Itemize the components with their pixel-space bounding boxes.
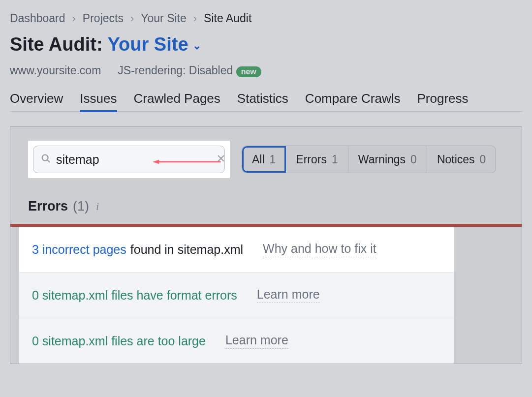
search-highlight [28, 141, 230, 178]
filter-warnings[interactable]: Warnings 0 [348, 146, 427, 173]
tab-bar: Overview Issues Crawled Pages Statistics… [10, 91, 522, 112]
help-link[interactable]: Why and how to fix it [263, 242, 376, 257]
chevron-right-icon: › [193, 12, 197, 25]
issue-link[interactable]: 3 incorrect pages [32, 243, 126, 257]
section-label: Errors [28, 199, 68, 214]
search-input[interactable] [56, 153, 212, 167]
chevron-right-icon: › [130, 12, 134, 25]
svg-line-1 [47, 160, 49, 162]
tab-issues[interactable]: Issues [80, 91, 117, 106]
issue-row[interactable]: 3 incorrect pages found in sitemap.xml W… [19, 227, 454, 272]
issue-row[interactable]: 0 sitemap.xml files are too large Learn … [19, 318, 454, 364]
errors-section-heading: Errors (1) i [10, 190, 522, 224]
tab-crawled-pages[interactable]: Crawled Pages [134, 91, 220, 106]
issue-row[interactable]: 0 sitemap.xml files have format errors L… [19, 272, 454, 318]
issues-panel: All 1 Errors 1 Warnings 0 Notices 0 Erro… [10, 126, 522, 364]
search-icon [40, 153, 51, 166]
help-link[interactable]: Learn more [225, 333, 288, 349]
breadcrumb-item-current: Site Audit [204, 12, 251, 25]
chevron-right-icon: › [72, 12, 76, 25]
filter-all[interactable]: All 1 [242, 146, 286, 173]
tab-overview[interactable]: Overview [10, 91, 63, 106]
filter-count: 1 [332, 153, 338, 166]
info-icon[interactable]: i [96, 200, 99, 213]
tab-progress[interactable]: Progress [417, 91, 468, 106]
filter-label: Warnings [358, 153, 406, 166]
project-name: Your Site [108, 34, 188, 55]
project-domain: www.yoursite.com [10, 64, 101, 77]
new-badge: new [236, 66, 261, 77]
filter-label: Errors [296, 153, 327, 166]
filter-count: 0 [480, 153, 486, 166]
breadcrumb-item[interactable]: Your Site [141, 12, 187, 25]
help-link[interactable]: Learn more [257, 287, 320, 303]
page-title: Site Audit: Your Site ⌄ [10, 34, 522, 55]
tab-statistics[interactable]: Statistics [237, 91, 288, 106]
breadcrumb-item[interactable]: Projects [83, 12, 124, 25]
issue-link[interactable]: 0 sitemap.xml files have format errors [32, 288, 237, 303]
search-box [33, 146, 225, 173]
js-rendering-status: JS-rendering: Disabled [118, 64, 233, 77]
breadcrumb: Dashboard › Projects › Your Site › Site … [10, 12, 522, 25]
filter-label: All [252, 153, 265, 166]
issue-link[interactable]: 0 sitemap.xml files are too large [32, 334, 206, 348]
section-count: (1) [73, 199, 89, 214]
issues-list-highlight: 3 incorrect pages found in sitemap.xml W… [19, 227, 454, 364]
issue-description: found in sitemap.xml [130, 243, 243, 257]
filter-errors[interactable]: Errors 1 [286, 146, 348, 173]
issue-type-filter: All 1 Errors 1 Warnings 0 Notices 0 [242, 146, 496, 173]
breadcrumb-item[interactable]: Dashboard [10, 12, 65, 25]
project-selector[interactable]: Your Site ⌄ [108, 34, 201, 55]
filter-notices[interactable]: Notices 0 [427, 146, 496, 173]
chevron-down-icon: ⌄ [192, 39, 201, 52]
page-title-prefix: Site Audit: [10, 34, 103, 55]
filter-count: 0 [410, 153, 417, 166]
project-subinfo: www.yoursite.com JS-rendering: Disabled … [10, 64, 522, 77]
tab-compare-crawls[interactable]: Compare Crawls [305, 91, 401, 106]
filter-label: Notices [437, 153, 475, 166]
close-icon[interactable] [217, 153, 225, 166]
filter-count: 1 [270, 153, 276, 166]
